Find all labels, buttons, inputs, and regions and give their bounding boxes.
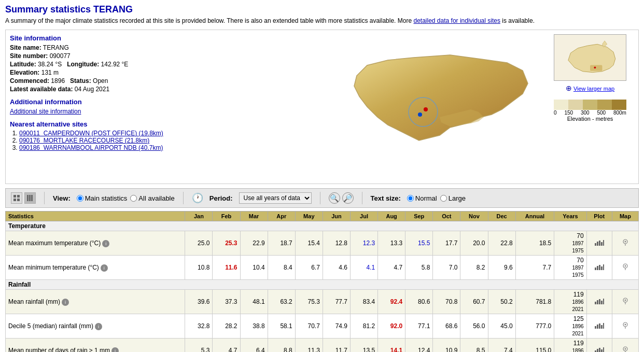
grid-icon-2[interactable]: [24, 192, 36, 204]
stat-name-cell: Mean minimum temperature (°C)i: [6, 256, 185, 280]
view-all-available-radio[interactable]: [130, 195, 137, 202]
svg-point-4: [418, 112, 422, 117]
value-cell-oct: 70.8: [433, 290, 460, 314]
detailed-data-link[interactable]: detailed data for individual sites: [413, 17, 500, 24]
text-size-radio-group: Normal Large: [407, 194, 466, 202]
map-pin-icon[interactable]: [621, 322, 629, 329]
value-cell-apr: 8.4: [268, 256, 295, 280]
map-pin-icon[interactable]: [621, 263, 629, 271]
annual-cell: 777.0: [515, 314, 554, 339]
info-icon[interactable]: i: [111, 347, 119, 353]
grid-icon-1[interactable]: [11, 192, 22, 204]
text-size-normal-option[interactable]: Normal: [407, 194, 437, 202]
svg-rect-49: [597, 349, 598, 353]
additional-info-heading: Additional information: [10, 98, 339, 106]
elevation-seg-1: [568, 100, 583, 110]
years-cell: 7018971975: [554, 231, 586, 256]
zoom-icons: 🔍 🔎: [329, 192, 354, 204]
latest-data-row: Latest available data: 04 Aug 2021: [10, 86, 339, 93]
period-select[interactable]: Use all years of data: [239, 192, 312, 204]
plot-cell[interactable]: [586, 231, 612, 256]
elevation-labels: 0 150 300 500 800m: [554, 110, 626, 116]
plot-cell[interactable]: [586, 256, 612, 280]
info-icon[interactable]: i: [101, 264, 108, 272]
commenced-row: Commenced: 1896 Status: Open: [10, 77, 339, 85]
bar-chart-icon[interactable]: [594, 298, 605, 305]
value-cell-dec: 45.0: [488, 314, 515, 339]
table-section-header: Rainfall: [6, 280, 639, 290]
value-cell-jan: 39.6: [185, 290, 213, 314]
nearest-sites-list: 090011 CAMPERDOWN (POST OFFICE) (19.8km)…: [10, 130, 339, 151]
bar-chart-icon[interactable]: [594, 346, 605, 353]
zoom-map-icon[interactable]: ⊕: [566, 84, 572, 92]
th-jun: Jun: [323, 212, 350, 221]
map-cell[interactable]: [612, 231, 638, 256]
view-all-available-option[interactable]: All available: [130, 194, 174, 202]
stat-name-cell: Mean maximum temperature (°C)i: [6, 231, 185, 256]
value-cell-sep: 80.6: [405, 290, 433, 314]
value-cell-nov: 8.5: [460, 339, 488, 353]
plot-cell[interactable]: [586, 290, 612, 314]
map-pin-icon[interactable]: [621, 346, 629, 353]
value-cell-jan: 10.8: [185, 256, 213, 280]
bar-chart-icon[interactable]: [594, 263, 605, 271]
value-cell-mar: 22.9: [240, 231, 268, 256]
svg-rect-27: [601, 266, 603, 270]
value-cell-aug: 4.7: [378, 256, 405, 280]
map-cell[interactable]: [612, 290, 638, 314]
svg-rect-15: [31, 195, 33, 201]
map-pin-icon[interactable]: [621, 298, 629, 305]
svg-rect-33: [597, 300, 598, 304]
svg-rect-35: [601, 301, 603, 304]
bar-chart-icon[interactable]: [594, 239, 605, 246]
text-size-large-radio[interactable]: [440, 195, 447, 202]
view-larger-map-link[interactable]: View larger map: [573, 86, 614, 92]
value-cell-feb: 4.7: [213, 339, 240, 353]
plot-cell[interactable]: [586, 314, 612, 339]
view-main-stats-option[interactable]: Main statistics: [77, 194, 128, 202]
text-size-normal-radio[interactable]: [407, 195, 414, 202]
svg-rect-17: [597, 242, 598, 246]
value-cell-mar: 6.4: [240, 339, 268, 353]
table-row: Mean maximum temperature (°C)i25.025.322…: [6, 231, 639, 256]
svg-rect-25: [597, 266, 598, 270]
info-icon[interactable]: i: [62, 299, 69, 306]
map-pin-icon[interactable]: [621, 239, 629, 246]
value-cell-jun: 77.7: [323, 290, 350, 314]
view-radio-group: Main statistics All available: [77, 194, 175, 202]
map-cell[interactable]: [612, 256, 638, 280]
th-apr: Apr: [268, 212, 295, 221]
site-info-panel: Site information Site name: TERANG Site …: [10, 34, 339, 179]
svg-point-30: [624, 265, 626, 266]
value-cell-jan: 5.3: [185, 339, 213, 353]
additional-site-info-link[interactable]: Additional site information: [10, 108, 81, 115]
svg-rect-9: [13, 195, 16, 198]
value-cell-dec: 22.8: [488, 231, 515, 256]
value-cell-may: 6.7: [295, 256, 323, 280]
info-icon[interactable]: i: [95, 323, 102, 330]
svg-rect-11: [13, 199, 16, 201]
view-main-stats-radio[interactable]: [77, 195, 83, 202]
info-icon[interactable]: i: [102, 240, 109, 247]
svg-rect-7: [590, 65, 602, 71]
map-cell[interactable]: [612, 314, 638, 339]
zoom-out-icon[interactable]: 🔍: [329, 192, 340, 204]
clock-icon: 🕐: [192, 192, 203, 204]
value-cell-feb: 25.3: [213, 231, 240, 256]
map-cell[interactable]: [612, 339, 638, 353]
view-all-available-label: All available: [138, 194, 174, 202]
value-cell-dec: 7.4: [488, 339, 515, 353]
value-cell-nov: 20.0: [460, 231, 488, 256]
elevation-legend: 0 150 300 500 800m Elevation - metres: [554, 100, 626, 122]
value-cell-sep: 12.4: [405, 339, 433, 353]
text-size-label: Text size:: [371, 194, 401, 202]
bar-chart-icon[interactable]: [594, 322, 605, 329]
plot-cell[interactable]: [586, 339, 612, 353]
zoom-in-icon[interactable]: 🔎: [342, 192, 354, 204]
text-size-large-option[interactable]: Large: [440, 194, 466, 202]
elevation-seg-0: [554, 100, 568, 110]
th-jan: Jan: [185, 212, 213, 221]
value-cell-mar: 38.8: [240, 314, 268, 339]
page-title: Summary statistics TERANG: [5, 4, 639, 15]
view-larger-map-area: ⊕ View larger map: [566, 84, 614, 92]
